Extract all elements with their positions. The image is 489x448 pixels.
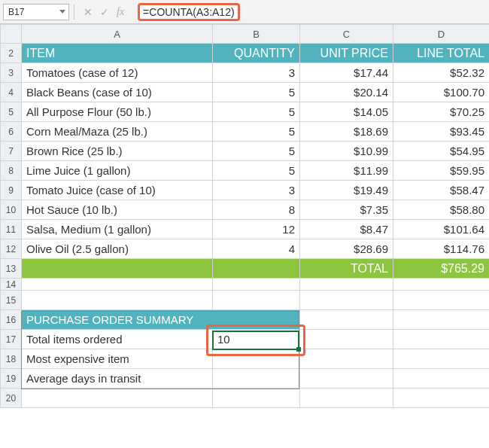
cancel-icon[interactable]: ✕ xyxy=(84,7,93,17)
cell-item[interactable]: Tomatoes (case of 12) xyxy=(22,63,213,83)
summary-label-most-expensive[interactable]: Most expensive item xyxy=(22,349,213,369)
cell-qty[interactable]: 3 xyxy=(213,181,300,200)
row-header[interactable]: 7 xyxy=(1,142,22,161)
empty-cell[interactable] xyxy=(22,279,213,291)
col-header-A[interactable]: A xyxy=(22,24,213,44)
cell-qty[interactable]: 4 xyxy=(213,239,300,259)
row-header[interactable]: 5 xyxy=(1,102,22,122)
empty-cell[interactable] xyxy=(300,369,393,389)
cell-qty[interactable]: 5 xyxy=(213,83,300,102)
empty-cell[interactable] xyxy=(300,279,393,291)
cell-price[interactable]: $11.99 xyxy=(300,161,393,181)
cell-item[interactable]: Black Beans (case of 10) xyxy=(22,83,213,102)
cell-price[interactable]: $8.47 xyxy=(300,220,393,239)
empty-cell[interactable] xyxy=(300,389,393,408)
header-unit-price[interactable]: UNIT PRICE xyxy=(300,44,393,63)
row-header[interactable]: 14 xyxy=(1,279,22,291)
row-header[interactable]: 9 xyxy=(1,181,22,200)
select-all-corner[interactable] xyxy=(1,24,22,44)
cell-price[interactable]: $28.69 xyxy=(300,239,393,259)
empty-cell[interactable] xyxy=(22,291,213,310)
empty-cell[interactable] xyxy=(300,330,393,349)
cell-item[interactable]: Hot Sauce (10 lb.) xyxy=(22,200,213,220)
row-header[interactable]: 20 xyxy=(1,389,22,408)
cell-item[interactable]: Brown Rice (25 lb.) xyxy=(22,142,213,161)
summary-value-avg-transit[interactable] xyxy=(213,369,300,389)
empty-cell[interactable] xyxy=(213,291,300,310)
name-box[interactable]: B17 xyxy=(3,4,69,20)
cell-price[interactable]: $19.49 xyxy=(300,181,393,200)
row-header[interactable]: 11 xyxy=(1,220,22,239)
cell-total[interactable]: $100.70 xyxy=(393,83,489,102)
empty-cell[interactable] xyxy=(393,330,489,349)
empty-cell[interactable] xyxy=(213,389,300,408)
cell-total[interactable]: $58.47 xyxy=(393,181,489,200)
cell-total[interactable]: $101.64 xyxy=(393,220,489,239)
empty-cell[interactable] xyxy=(393,291,489,310)
cell-qty[interactable]: 8 xyxy=(213,200,300,220)
empty-cell[interactable] xyxy=(300,310,393,330)
row-header[interactable]: 10 xyxy=(1,200,22,220)
total-value[interactable]: $765.29 xyxy=(393,259,489,279)
summary-title[interactable]: PURCHASE ORDER SUMMARY xyxy=(22,310,300,330)
chevron-down-icon[interactable] xyxy=(59,10,65,14)
empty-cell[interactable] xyxy=(393,279,489,291)
row-header[interactable]: 4 xyxy=(1,83,22,102)
row-header[interactable]: 16 xyxy=(1,310,22,330)
enter-icon[interactable]: ✓ xyxy=(100,7,109,17)
empty-cell[interactable] xyxy=(22,389,213,408)
empty-cell[interactable] xyxy=(300,291,393,310)
cell-total[interactable]: $54.95 xyxy=(393,142,489,161)
cell-total[interactable]: $59.95 xyxy=(393,161,489,181)
cell-item[interactable]: All Purpose Flour (50 lb.) xyxy=(22,102,213,122)
cell-item[interactable]: Olive Oil (2.5 gallon) xyxy=(22,239,213,259)
row-header[interactable]: 19 xyxy=(1,369,22,389)
cell-item[interactable]: Corn Meal/Maza (25 lb.) xyxy=(22,122,213,142)
row-header[interactable]: 6 xyxy=(1,122,22,142)
fx-icon[interactable]: fx xyxy=(117,7,124,17)
row-header[interactable]: 12 xyxy=(1,239,22,259)
cell-price[interactable]: $18.69 xyxy=(300,122,393,142)
empty-cell[interactable] xyxy=(213,279,300,291)
total-blank[interactable] xyxy=(22,259,213,279)
cell-item[interactable]: Tomato Juice (case of 10) xyxy=(22,181,213,200)
summary-value-most-expensive[interactable] xyxy=(213,349,300,369)
cell-item[interactable]: Salsa, Medium (1 gallon) xyxy=(22,220,213,239)
cell-price[interactable]: $20.14 xyxy=(300,83,393,102)
empty-cell[interactable] xyxy=(393,369,489,389)
empty-cell[interactable] xyxy=(393,349,489,369)
cell-qty[interactable]: 3 xyxy=(213,63,300,83)
summary-label-avg-transit[interactable]: Average days in transit xyxy=(22,369,213,389)
row-header[interactable]: 17 xyxy=(1,330,22,349)
header-item[interactable]: ITEM xyxy=(22,44,213,63)
cell-price[interactable]: $17.44 xyxy=(300,63,393,83)
cell-qty[interactable]: 5 xyxy=(213,102,300,122)
empty-cell[interactable] xyxy=(393,389,489,408)
header-quantity[interactable]: QUANTITY xyxy=(213,44,300,63)
row-header[interactable]: 2 xyxy=(1,44,22,63)
row-header[interactable]: 18 xyxy=(1,349,22,369)
row-header[interactable]: 3 xyxy=(1,63,22,83)
cell-price[interactable]: $14.05 xyxy=(300,102,393,122)
summary-value-total-items[interactable]: 10 xyxy=(213,330,300,349)
empty-cell[interactable] xyxy=(393,310,489,330)
cell-total[interactable]: $70.25 xyxy=(393,102,489,122)
cell-qty[interactable]: 12 xyxy=(213,220,300,239)
col-header-D[interactable]: D xyxy=(393,24,489,44)
cell-total[interactable]: $52.32 xyxy=(393,63,489,83)
row-header[interactable]: 8 xyxy=(1,161,22,181)
cell-price[interactable]: $10.99 xyxy=(300,142,393,161)
cell-price[interactable]: $7.35 xyxy=(300,200,393,220)
cell-total[interactable]: $114.76 xyxy=(393,239,489,259)
header-line-total[interactable]: LINE TOTAL xyxy=(393,44,489,63)
cell-qty[interactable]: 5 xyxy=(213,161,300,181)
cell-qty[interactable]: 5 xyxy=(213,122,300,142)
cell-total[interactable]: $58.80 xyxy=(393,200,489,220)
summary-label-total-items[interactable]: Total items ordered xyxy=(22,330,213,349)
cell-item[interactable]: Lime Juice (1 gallon) xyxy=(22,161,213,181)
empty-cell[interactable] xyxy=(300,349,393,369)
col-header-C[interactable]: C xyxy=(300,24,393,44)
row-header[interactable]: 13 xyxy=(1,259,22,279)
total-blank[interactable] xyxy=(213,259,300,279)
row-header[interactable]: 15 xyxy=(1,291,22,310)
